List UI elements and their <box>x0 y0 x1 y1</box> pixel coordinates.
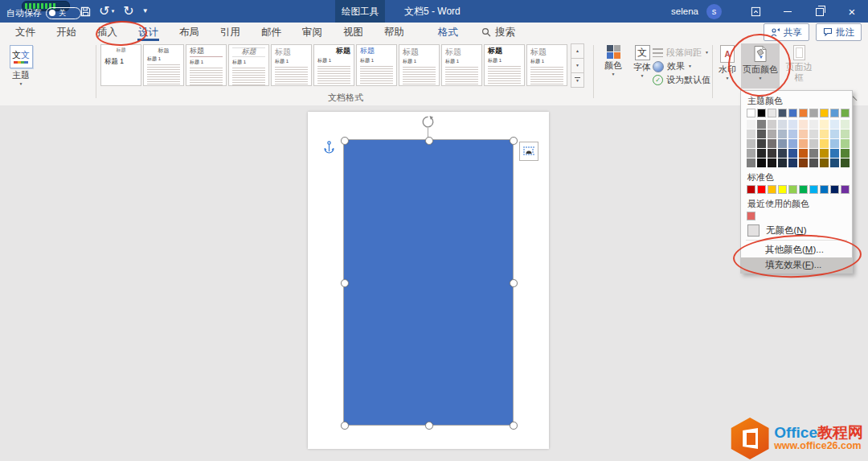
watermark-button[interactable]: A 水印 ▼ <box>714 45 741 80</box>
theme-variant-swatch-r4-c4[interactable] <box>778 149 787 158</box>
theme-color-swatch-4[interactable] <box>778 109 787 117</box>
theme-variant-swatch-r1-c5[interactable] <box>788 120 797 129</box>
tab-mailings[interactable]: 邮件 <box>251 23 292 42</box>
fonts-button[interactable]: 文 字体 ▼ <box>628 45 656 78</box>
theme-variant-swatch-r5-c10[interactable] <box>841 158 850 167</box>
comments-button[interactable]: 批注 <box>816 23 862 41</box>
tab-file[interactable]: 文件 <box>5 23 46 42</box>
theme-variant-swatch-r2-c2[interactable] <box>757 130 766 138</box>
resize-handle-bottom-right[interactable] <box>510 422 518 430</box>
theme-color-swatch-1[interactable] <box>747 109 755 117</box>
theme-variant-swatch-r2-c10[interactable] <box>841 130 850 138</box>
fill-effects-item[interactable]: 填充效果(F)... <box>741 257 852 273</box>
theme-variant-swatch-r4-c7[interactable] <box>809 149 818 158</box>
theme-variant-swatch-r4-c6[interactable] <box>799 149 808 158</box>
tab-insert[interactable]: 插入 <box>87 23 128 42</box>
theme-variant-swatch-r5-c5[interactable] <box>788 158 797 167</box>
theme-variant-swatch-r3-c2[interactable] <box>757 139 766 148</box>
theme-color-swatch-10[interactable] <box>841 109 850 117</box>
undo-button[interactable]: ↺▼ <box>99 5 115 18</box>
tab-references[interactable]: 引用 <box>210 23 251 42</box>
theme-variant-swatch-r2-c8[interactable] <box>820 130 829 138</box>
theme-variant-swatch-r4-c8[interactable] <box>820 149 829 158</box>
theme-variant-swatch-r5-c1[interactable] <box>747 158 755 167</box>
standard-color-swatch-7[interactable] <box>809 185 818 194</box>
theme-variant-swatch-r4-c3[interactable] <box>768 149 776 158</box>
page-color-button[interactable]: 页面颜色 ▼ <box>741 43 780 88</box>
ribbon-display-options-button[interactable] <box>739 0 772 23</box>
standard-color-swatch-10[interactable] <box>841 185 850 194</box>
resize-handle-top-left[interactable] <box>341 137 349 145</box>
theme-color-swatch-9[interactable] <box>830 109 839 117</box>
theme-variant-swatch-r2-c9[interactable] <box>830 130 839 138</box>
theme-variant-swatch-r3-c7[interactable] <box>809 139 818 148</box>
theme-variant-swatch-r2-c3[interactable] <box>768 130 776 138</box>
standard-color-swatch-5[interactable] <box>788 185 797 194</box>
style-set-card-4[interactable]: 标题标题 1 <box>228 44 269 86</box>
theme-variant-swatch-r5-c7[interactable] <box>809 158 818 167</box>
close-button[interactable]: × <box>836 0 868 23</box>
style-set-card-2[interactable]: 标题标题 1 <box>143 44 184 86</box>
tab-help[interactable]: 帮助 <box>374 23 415 42</box>
restore-button[interactable] <box>804 0 836 23</box>
tab-review[interactable]: 审阅 <box>292 23 333 42</box>
theme-variant-swatch-r1-c7[interactable] <box>809 120 818 129</box>
theme-variant-swatch-r2-c1[interactable] <box>747 130 755 138</box>
customize-qat-button[interactable]: ▼ <box>142 8 149 14</box>
theme-variant-swatch-r4-c2[interactable] <box>757 149 766 158</box>
standard-color-swatch-2[interactable] <box>757 185 766 194</box>
standard-color-swatch-6[interactable] <box>799 185 808 194</box>
style-set-card-3[interactable]: 标题标题 1 <box>186 44 227 86</box>
theme-variant-swatch-r1-c10[interactable] <box>841 120 850 129</box>
style-set-card-6[interactable]: 标题标题 1 <box>313 44 354 86</box>
no-color-item[interactable]: 无颜色(N) <box>741 223 852 238</box>
tab-home[interactable]: 开始 <box>46 23 87 42</box>
theme-variant-swatch-r3-c8[interactable] <box>820 139 829 148</box>
theme-variant-swatch-r3-c10[interactable] <box>841 139 850 148</box>
document-area[interactable]: Office教程网 www.office26.com <box>0 105 868 461</box>
more-colors-item[interactable]: 其他颜色(M)... <box>741 242 852 257</box>
theme-color-swatch-3[interactable] <box>768 109 776 117</box>
resize-handle-middle-left[interactable] <box>341 279 349 287</box>
theme-variant-swatch-r5-c3[interactable] <box>768 158 776 167</box>
theme-variant-swatch-r1-c9[interactable] <box>830 120 839 129</box>
standard-color-swatch-1[interactable] <box>747 185 755 194</box>
layout-options-button[interactable] <box>519 142 538 161</box>
redo-button[interactable]: ↻ <box>123 5 133 18</box>
resize-handle-top-center[interactable] <box>425 137 433 145</box>
share-button[interactable]: 共享 <box>764 23 809 41</box>
theme-variant-swatch-r5-c4[interactable] <box>778 158 787 167</box>
resize-handle-bottom-left[interactable] <box>341 422 349 430</box>
tab-design[interactable]: 设计 <box>128 23 169 42</box>
resize-handle-bottom-center[interactable] <box>425 422 433 430</box>
theme-variant-swatch-r1-c3[interactable] <box>768 120 776 129</box>
effects-button[interactable]: 效果 ▼ <box>653 60 710 73</box>
theme-variant-swatch-r3-c6[interactable] <box>799 139 808 148</box>
theme-variant-swatch-r5-c8[interactable] <box>820 158 829 167</box>
theme-color-swatch-8[interactable] <box>820 109 829 117</box>
theme-variant-swatch-r3-c1[interactable] <box>747 139 755 148</box>
theme-color-swatch-7[interactable] <box>809 109 818 117</box>
recent-color-swatch-1[interactable] <box>747 212 755 220</box>
theme-variant-swatch-r5-c2[interactable] <box>757 158 766 167</box>
selected-rectangle-shape[interactable] <box>344 140 513 425</box>
theme-variant-swatch-r1-c6[interactable] <box>799 120 808 129</box>
standard-color-swatch-9[interactable] <box>830 185 839 194</box>
theme-variant-swatch-r2-c5[interactable] <box>788 130 797 138</box>
set-as-default-button[interactable]: ✓ 设为默认值 <box>653 73 710 87</box>
style-set-card-9[interactable]: 标题标题 1 <box>441 44 482 86</box>
theme-variant-swatch-r3-c9[interactable] <box>830 139 839 148</box>
resize-handle-top-right[interactable] <box>510 137 518 145</box>
gallery-scroll-down-button[interactable]: ▼ <box>571 58 584 73</box>
rotation-handle[interactable] <box>421 115 435 129</box>
autosave-toggle[interactable]: 关 <box>46 7 81 19</box>
search-box[interactable]: 搜索 <box>481 26 515 39</box>
tab-view[interactable]: 视图 <box>333 23 374 42</box>
user-name[interactable]: selena <box>671 6 698 16</box>
standard-color-swatch-3[interactable] <box>768 185 776 194</box>
theme-variant-swatch-r3-c4[interactable] <box>778 139 787 148</box>
theme-variant-swatch-r4-c10[interactable] <box>841 149 850 158</box>
style-set-card-11[interactable]: 标题标题 1 <box>526 44 567 86</box>
tab-format[interactable]: 格式 <box>428 23 469 42</box>
gallery-more-button[interactable]: ▼ <box>571 72 584 88</box>
